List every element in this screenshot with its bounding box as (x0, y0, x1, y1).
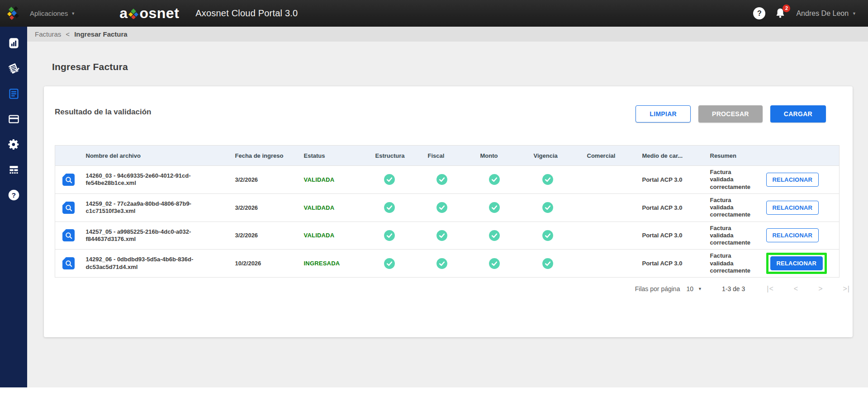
summary-text: Factura validada correctamente (707, 250, 763, 278)
chevron-down-icon: ▼ (71, 11, 75, 16)
pagination-range: 1-3 de 3 (722, 285, 745, 292)
summary-text: Factura validada correctamente (707, 193, 763, 222)
column-header-estatus: Estatus (300, 146, 372, 166)
pagination: Filas por página 10 ▼ 1-3 de 3 |< < > (66, 285, 850, 293)
file-name: 14260_03 - 94c69335-2e60-4012-91cd-fe54b… (86, 172, 209, 187)
column-header-resumen: Resumen (707, 146, 763, 166)
summary-text: Factura validada correctamente (707, 222, 763, 250)
column-header-vigencia: Vigencia (530, 146, 583, 166)
table-row: 14260_03 - 94c69335-2e60-4012-91cd-fe54b… (55, 166, 840, 194)
file-date: 3/2/2026 (232, 193, 300, 222)
help-icon[interactable]: ? (753, 7, 765, 19)
check-circle-icon (542, 174, 554, 185)
cargar-button[interactable]: CARGAR (770, 105, 826, 123)
agent-highlight-box: RELACIONAR (766, 253, 827, 274)
content-area: Facturas < Ingresar Factura Ingresar Fac… (27, 27, 868, 387)
check-circle-icon (489, 258, 500, 269)
applications-menu-label: Aplicaciones (30, 9, 68, 17)
check-circle-icon (542, 230, 554, 241)
file-search-icon[interactable] (62, 257, 75, 269)
upload-medium: Portal ACP 3.0 (639, 193, 707, 222)
rows-per-page-label: Filas por página (635, 285, 680, 292)
sidebar-item-capture[interactable] (0, 56, 27, 81)
page-title: Ingresar Factura (52, 61, 853, 72)
file-date: 3/2/2026 (232, 166, 300, 194)
results-table: Nombre del archivo Fecha de ingreso Esta… (55, 145, 840, 278)
topbar-right: ? 2 Andres De Leon ▼ (753, 7, 856, 20)
check-circle-icon (489, 202, 500, 213)
breadcrumb-separator: < (66, 30, 70, 38)
chevron-down-icon: ▼ (698, 287, 702, 291)
check-circle-icon (384, 174, 395, 185)
user-name: Andres De Leon (796, 9, 849, 18)
notepad-pencil-icon (8, 62, 20, 75)
file-name: 14257_05 - a9985225-216b-4dc0-a032-f8446… (86, 228, 209, 243)
column-header-fiscal: Fiscal (424, 146, 477, 166)
comercial-cell (583, 193, 639, 222)
sidebar-item-dashboard[interactable] (0, 30, 27, 56)
relacionar-button[interactable]: RELACIONAR (766, 201, 819, 215)
gear-icon (8, 138, 20, 151)
column-header-action (763, 146, 840, 166)
column-header-nombre: Nombre del archivo (82, 146, 232, 166)
axosnet-pinwheel-logo-icon (6, 6, 22, 21)
check-circle-icon (384, 258, 395, 269)
procesar-button[interactable]: PROCESAR (698, 105, 763, 123)
top-bar: Aplicaciones ▼ a osnet Axosnet Cloud Por… (0, 0, 868, 27)
column-header-icon (55, 146, 82, 166)
sidebar-item-payments[interactable] (0, 106, 27, 132)
sidebar-item-reports[interactable] (0, 157, 27, 182)
last-page-icon[interactable]: >| (843, 285, 850, 293)
breadcrumb-parent[interactable]: Facturas (35, 30, 61, 38)
file-search-icon[interactable] (62, 229, 75, 241)
portal-title: Axosnet Cloud Portal 3.0 (195, 8, 298, 19)
table-header-row: Nombre del archivo Fecha de ingreso Esta… (55, 146, 840, 166)
status-badge: VALIDADA (304, 232, 335, 239)
first-page-icon[interactable]: |< (767, 285, 774, 293)
comercial-cell (583, 250, 639, 278)
status-badge: VALIDADA (304, 176, 335, 183)
relacionar-button-highlighted[interactable]: RELACIONAR (770, 256, 823, 270)
previous-page-icon[interactable]: < (794, 285, 798, 293)
svg-text:?: ? (11, 191, 15, 199)
limpiar-button[interactable]: LIMPIAR (636, 105, 691, 123)
file-search-icon[interactable] (62, 174, 75, 186)
sidebar-item-facturas-active[interactable] (0, 81, 27, 106)
sidebar-item-help[interactable]: ? (0, 182, 27, 207)
axosnet-brand-logo: a osnet (119, 5, 179, 22)
file-date: 3/2/2026 (232, 222, 300, 250)
relacionar-button[interactable]: RELACIONAR (766, 173, 819, 187)
sidebar-item-settings[interactable] (0, 132, 27, 157)
brand-suffix: osnet (139, 5, 179, 22)
check-circle-icon (542, 258, 554, 269)
rows-per-page-select[interactable]: 10 ▼ (686, 285, 702, 292)
card-actions: LIMPIAR PROCESAR CARGAR (636, 105, 826, 123)
check-circle-icon (436, 174, 448, 185)
user-menu[interactable]: Andres De Leon ▼ (796, 9, 856, 18)
column-header-comercial: Comercial (583, 146, 639, 166)
next-page-icon[interactable]: > (818, 285, 823, 293)
brand-prefix: a (119, 5, 128, 22)
card-heading: Resultado de la validación (55, 105, 152, 117)
column-header-monto: Monto (477, 146, 530, 166)
card-header: Resultado de la validación LIMPIAR PROCE… (44, 105, 853, 123)
chevron-down-icon: ▼ (852, 11, 856, 16)
comercial-cell (583, 166, 639, 194)
table-row: 14257_05 - a9985225-216b-4dc0-a032-f8446… (55, 222, 840, 250)
column-header-fecha: Fecha de ingreso (232, 146, 300, 166)
table-row: 14292_06 - 0dbdbd93-5d5a-4b6b-836d-dc53a… (55, 250, 840, 278)
document-lines-icon (8, 88, 20, 100)
applications-menu[interactable]: Aplicaciones ▼ (30, 9, 75, 17)
bar-chart-icon (8, 37, 20, 49)
breadcrumb: Facturas < Ingresar Factura (27, 27, 868, 42)
notifications-button[interactable]: 2 (774, 7, 787, 20)
check-circle-icon (436, 258, 448, 269)
summary-text: Factura validada correctamente (707, 166, 763, 194)
validation-card: Resultado de la validación LIMPIAR PROCE… (44, 86, 853, 337)
relacionar-button[interactable]: RELACIONAR (766, 228, 819, 242)
check-circle-icon (489, 230, 500, 241)
column-header-estructura: Estructura (372, 146, 424, 166)
credit-card-icon (8, 113, 20, 125)
comercial-cell (583, 222, 639, 250)
file-search-icon[interactable] (62, 202, 75, 214)
